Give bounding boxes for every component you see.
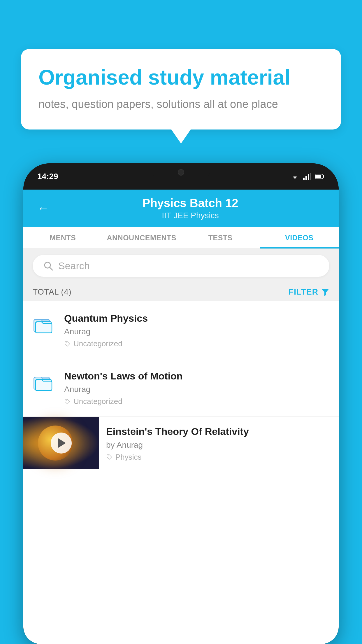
video-tag: Uncategorized: [64, 339, 329, 348]
notch: [152, 163, 210, 181]
video-info: Quantum Physics Anurag Uncategorized: [64, 312, 329, 348]
bubble-title: Organised study material: [38, 65, 324, 90]
tag-icon: [106, 454, 113, 460]
svg-rect-3: [310, 173, 311, 180]
tabs-bar: MENTS ANNOUNCEMENTS TESTS VIDEOS: [23, 227, 339, 249]
filter-button[interactable]: FILTER: [289, 287, 329, 297]
svg-marker-9: [322, 289, 329, 296]
video-list: Quantum Physics Anurag Uncategorized: [23, 301, 339, 644]
speech-bubble: Organised study material notes, question…: [21, 49, 341, 130]
video-thumbnail: [23, 417, 99, 469]
video-folder-icon: [33, 314, 56, 336]
video-info: Newton's Laws of Motion Anurag Uncategor…: [64, 370, 329, 406]
video-folder-icon: [33, 371, 56, 393]
filter-icon: [321, 288, 329, 296]
list-item[interactable]: Newton's Laws of Motion Anurag Uncategor…: [23, 359, 339, 417]
svg-rect-0: [303, 178, 305, 180]
video-title: Einstein's Theory Of Relativity: [106, 425, 332, 438]
search-bar[interactable]: Search: [33, 255, 329, 277]
video-title: Newton's Laws of Motion: [64, 370, 329, 382]
tab-announcements[interactable]: ANNOUNCEMENTS: [102, 227, 181, 249]
video-author: by Anurag: [106, 440, 332, 450]
svg-rect-1: [305, 176, 307, 180]
svg-rect-2: [308, 174, 309, 180]
video-author: Anurag: [64, 327, 329, 336]
video-info: Einstein's Theory Of Relativity by Anura…: [99, 417, 339, 470]
back-button[interactable]: ←: [37, 202, 49, 215]
svg-line-8: [50, 267, 52, 270]
total-count: TOTAL (4): [33, 287, 71, 297]
svg-point-15: [66, 400, 67, 401]
phone-screen: ← Physics Batch 12 IIT JEE Physics MENTS…: [23, 190, 339, 644]
bubble-subtitle: notes, question papers, solutions all at…: [38, 97, 324, 112]
phone-frame: 14:29: [23, 163, 339, 644]
video-title: Quantum Physics: [64, 312, 329, 325]
tab-tests[interactable]: TESTS: [181, 227, 260, 249]
svg-rect-5: [315, 175, 321, 178]
svg-rect-6: [323, 175, 324, 178]
search-bar-container: Search: [23, 249, 339, 283]
video-tag: Uncategorized: [64, 397, 329, 406]
play-button[interactable]: [51, 433, 72, 454]
header-subtitle: IIT JEE Physics: [56, 211, 325, 220]
app-header: ← Physics Batch 12 IIT JEE Physics: [23, 190, 339, 227]
list-item[interactable]: Einstein's Theory Of Relativity by Anura…: [23, 417, 339, 470]
wifi-icon: [290, 173, 300, 180]
header-title: Physics Batch 12: [56, 197, 325, 210]
svg-point-12: [66, 342, 67, 343]
header-center: Physics Batch 12 IIT JEE Physics: [56, 197, 325, 220]
search-placeholder: Search: [58, 260, 90, 272]
filter-row: TOTAL (4) FILTER: [23, 283, 339, 301]
status-icons: [290, 173, 325, 180]
video-tag: Physics: [106, 453, 332, 462]
search-icon: [43, 261, 54, 271]
status-time: 14:29: [37, 172, 58, 181]
battery-icon: [315, 174, 325, 179]
filter-label: FILTER: [289, 287, 318, 297]
tab-videos[interactable]: VIDEOS: [260, 227, 339, 249]
video-author: Anurag: [64, 385, 329, 394]
list-item[interactable]: Quantum Physics Anurag Uncategorized: [23, 301, 339, 359]
tag-icon: [64, 398, 71, 405]
tag-label: Physics: [115, 453, 142, 462]
svg-point-16: [108, 456, 109, 456]
tag-icon: [64, 341, 71, 347]
camera: [178, 169, 184, 176]
status-bar: 14:29: [23, 163, 339, 190]
signal-icon: [303, 173, 311, 180]
tag-label: Uncategorized: [73, 339, 122, 348]
tab-ments[interactable]: MENTS: [23, 227, 102, 249]
tag-label: Uncategorized: [73, 397, 122, 406]
